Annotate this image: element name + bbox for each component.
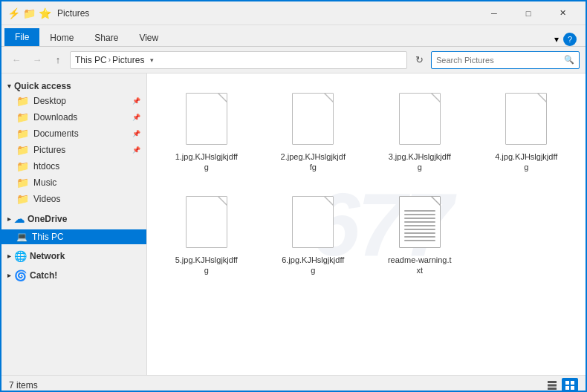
- back-button[interactable]: ←: [7, 51, 25, 69]
- file-item-2[interactable]: 2.jpeg.KJHslgjkjdffg: [263, 82, 364, 180]
- tab-home[interactable]: Home: [39, 30, 84, 46]
- music-folder-icon: 📁: [16, 177, 29, 189]
- tab-file[interactable]: File: [4, 28, 39, 46]
- pin-icon-desktop: 📌: [132, 97, 140, 105]
- path-parts: This PC › Pictures: [75, 55, 144, 65]
- sidebar-item-videos[interactable]: 📁 Videos: [1, 191, 146, 207]
- maximize-button[interactable]: □: [511, 1, 545, 25]
- text-line-9: [404, 240, 435, 241]
- pictures-folder-icon: 📁: [16, 144, 29, 156]
- path-dropdown-icon[interactable]: ▾: [144, 51, 159, 69]
- path-separator-1: ›: [108, 56, 111, 64]
- file-item-3[interactable]: 3.jpg.KJHslgjkjdffg: [369, 82, 470, 180]
- file-icon-wrapper-2: [287, 89, 339, 148]
- file-name-2: 2.jpeg.KJHslgjkjdffg: [279, 151, 346, 173]
- sidebar-header-onedrive[interactable]: ▸ ☁ OneDrive: [1, 210, 146, 226]
- quick-access-label: Quick access: [14, 81, 71, 91]
- sidebar-section-catch: ▸ 🌀 Catch!: [1, 265, 146, 284]
- sidebar-item-downloads[interactable]: 📁 Downloads 📌: [1, 109, 146, 125]
- tab-share[interactable]: Share: [84, 30, 129, 46]
- tab-view[interactable]: View: [129, 30, 169, 46]
- ribbon-expand-icon[interactable]: ▾: [554, 34, 559, 45]
- sidebar-header-quickaccess[interactable]: ▾ Quick access: [1, 78, 146, 93]
- sidebar-item-music[interactable]: 📁 Music: [1, 174, 146, 191]
- onedrive-label: OneDrive: [27, 214, 67, 224]
- file-item-1[interactable]: 1.jpg.KJHslgjkjdffg: [156, 82, 257, 180]
- documents-folder-icon: 📁: [16, 128, 29, 140]
- sidebar-item-htdocs[interactable]: 📁 htdocs: [1, 158, 146, 174]
- text-file-icon-7: [399, 196, 441, 248]
- file-name-7: readme-warning.txt: [386, 255, 453, 276]
- text-line-8: [404, 236, 435, 238]
- network-icon: 🌐: [14, 250, 27, 262]
- file-item-7[interactable]: readme-warning.txt: [369, 186, 470, 283]
- text-line-3: [404, 218, 435, 219]
- refresh-button[interactable]: ↻: [410, 51, 428, 69]
- ribbon-expand: ▾ ?: [548, 33, 583, 46]
- onedrive-cloud-icon: ☁: [14, 213, 25, 225]
- sidebar-item-thispc[interactable]: 💻 This PC: [1, 229, 146, 244]
- generic-file-icon-4: [505, 93, 547, 145]
- text-line-4: [404, 221, 435, 223]
- text-line-5: [404, 225, 435, 226]
- item-count: 7 items: [9, 380, 38, 391]
- text-line-6: [404, 229, 435, 230]
- sidebar-item-pictures[interactable]: 📁 Pictures 📌: [1, 142, 146, 158]
- sidebar: ▾ Quick access 📁 Desktop 📌 📁 Downloads 📌…: [1, 74, 147, 375]
- sidebar-section-network: ▸ 🌐 Network: [1, 246, 146, 265]
- file-item-4[interactable]: 4.jpg.KJHslgjkjdffg: [476, 82, 577, 180]
- generic-file-icon-5: [186, 196, 227, 248]
- sidebar-section-quickaccess: ▾ Quick access 📁 Desktop 📌 📁 Downloads 📌…: [1, 76, 146, 209]
- pictures-label: Pictures: [33, 145, 65, 155]
- minimize-button[interactable]: ─: [477, 1, 511, 25]
- svg-rect-1: [548, 384, 557, 386]
- generic-file-icon-6: [292, 196, 334, 248]
- main-content: ▾ Quick access 📁 Desktop 📌 📁 Downloads 📌…: [1, 74, 586, 375]
- svg-rect-3: [565, 381, 569, 385]
- pin-icon-downloads: 📌: [132, 114, 140, 121]
- sidebar-section-onedrive: ▸ ☁ OneDrive: [1, 209, 146, 228]
- chevron-right-icon-onedrive: ▸: [7, 215, 11, 223]
- text-line-1: [404, 210, 435, 212]
- files-grid: 1.jpg.KJHslgjkjdffg 2.jpeg.KJHslgjkjdffg…: [156, 82, 577, 282]
- file-area: 677 1.jpg.KJHslgjkjdffg 2.jpeg.KJHslgjkj…: [147, 74, 586, 375]
- generic-file-icon-1: [186, 93, 227, 145]
- computer-icon: 💻: [16, 232, 27, 242]
- sidebar-item-desktop[interactable]: 📁 Desktop 📌: [1, 93, 146, 109]
- catch-icon: 🌀: [14, 270, 27, 281]
- thispc-label: This PC: [32, 232, 64, 242]
- generic-file-icon-2: [292, 93, 334, 145]
- window-title: Pictures: [57, 8, 477, 19]
- search-input[interactable]: [436, 56, 561, 65]
- sidebar-header-network[interactable]: ▸ 🌐 Network: [1, 247, 146, 264]
- videos-label: Videos: [33, 194, 60, 204]
- pin-icon-documents: 📌: [132, 130, 140, 137]
- large-icons-view-button[interactable]: [562, 378, 578, 393]
- address-path[interactable]: This PC › Pictures ▾: [70, 51, 407, 69]
- file-icon-wrapper-3: [394, 89, 446, 148]
- ribbon: File Home Share View ▾ ?: [1, 25, 586, 47]
- svg-rect-5: [565, 386, 569, 390]
- close-button[interactable]: ✕: [545, 1, 580, 25]
- text-line-2: [404, 214, 435, 215]
- file-icon-wrapper-6: [287, 192, 339, 252]
- file-item-5[interactable]: 5.jpg.KJHslgjkjdffg: [156, 186, 257, 283]
- downloads-folder-icon: 📁: [16, 111, 29, 123]
- desktop-label: Desktop: [33, 96, 66, 106]
- sidebar-header-catch[interactable]: ▸ 🌀 Catch!: [1, 267, 146, 283]
- list-view-button[interactable]: [544, 378, 560, 393]
- address-bar: ← → ↑ This PC › Pictures ▾ ↻ 🔍: [1, 47, 586, 74]
- htdocs-label: htdocs: [33, 161, 59, 172]
- file-item-6[interactable]: 6.jpg.KJHslgjkjdffg: [263, 186, 364, 283]
- downloads-label: Downloads: [33, 112, 77, 122]
- forward-button[interactable]: →: [28, 51, 46, 69]
- sidebar-item-documents[interactable]: 📁 Documents 📌: [1, 125, 146, 142]
- videos-folder-icon: 📁: [16, 193, 29, 205]
- up-button[interactable]: ↑: [49, 51, 67, 69]
- status-bar: 7 items: [1, 375, 586, 392]
- search-icon: 🔍: [564, 55, 574, 65]
- search-box[interactable]: 🔍: [431, 51, 580, 69]
- file-name-1: 1.jpg.KJHslgjkjdffg: [173, 151, 240, 173]
- documents-label: Documents: [33, 128, 79, 139]
- ribbon-help-icon[interactable]: ?: [563, 33, 577, 46]
